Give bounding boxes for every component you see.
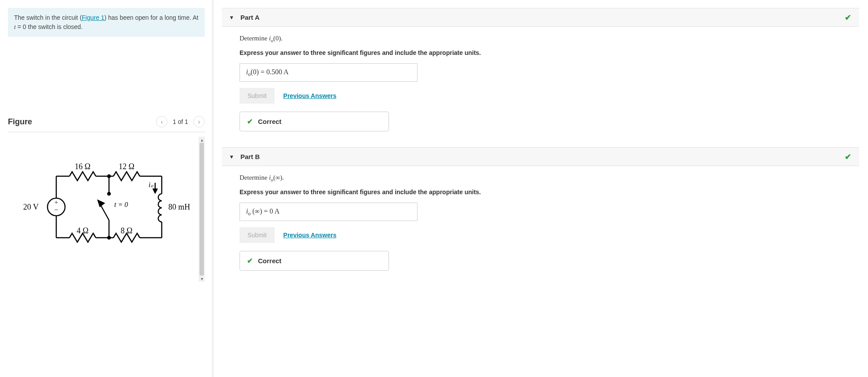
part-b-status-check-icon: ✔ [845, 152, 851, 162]
r2-label: 12 Ω [119, 163, 134, 171]
figure-link[interactable]: Figure 1 [82, 14, 104, 21]
part-b-buttons: Submit Previous Answers [240, 227, 842, 243]
right-panel: ▼ Part A ✔ Determine io(0). Express your… [213, 0, 868, 377]
part-a-header[interactable]: ▼ Part A ✔ [222, 8, 859, 27]
r1-label: 16 Ω [75, 163, 91, 171]
part-b: ▼ Part B ✔ Determine io(∞). Express your… [222, 147, 859, 279]
figure-title: Figure [8, 117, 32, 127]
svg-point-18 [108, 192, 110, 195]
problem-text-prefix: The switch in the circuit ( [14, 14, 82, 21]
r4-label: 8 Ω [121, 226, 133, 235]
pager-next-button[interactable]: › [193, 116, 205, 127]
collapse-icon: ▼ [229, 154, 234, 160]
part-b-question: Determine io(∞). [240, 174, 842, 182]
circuit-diagram: + − 16 Ω 12 Ω 4 Ω 8 Ω 20 V 80 mH t = 0 i… [12, 163, 197, 260]
part-a-answer-value: 0.500 A [266, 68, 289, 76]
scroll-down-icon[interactable]: ▾ [199, 276, 205, 282]
figure-area: ▴ ▾ [8, 137, 205, 282]
part-b-answer-value: 0 A [269, 207, 280, 215]
source-label: 20 V [23, 203, 39, 211]
scroll-thumb[interactable] [200, 143, 204, 276]
part-a-question: Determine io(0). [240, 35, 842, 43]
check-icon: ✔ [247, 117, 253, 126]
svg-text:+: + [54, 199, 58, 206]
part-a-feedback: ✔ Correct [240, 112, 389, 131]
inductor-label: 80 mH [168, 203, 190, 211]
problem-text-suffix: ) has been open for a long time. At [104, 14, 198, 21]
pager-text: 1 of 1 [170, 118, 191, 125]
part-a-status-check-icon: ✔ [845, 13, 851, 22]
figure-pager: ‹ 1 of 1 › [156, 116, 205, 127]
part-b-submit-button[interactable]: Submit [240, 227, 275, 243]
part-a-previous-answers-link[interactable]: Previous Answers [283, 92, 337, 99]
part-a-title: Part A [240, 14, 260, 21]
part-b-header[interactable]: ▼ Part B ✔ [222, 147, 859, 166]
left-panel: The switch in the circuit (Figure 1) has… [0, 0, 213, 377]
part-b-body: Determine io(∞). Express your answer to … [222, 166, 859, 279]
part-b-title: Part B [240, 153, 260, 160]
part-b-feedback-text: Correct [258, 257, 281, 265]
part-b-feedback: ✔ Correct [240, 251, 389, 271]
svg-text:−: − [54, 206, 58, 214]
r3-label: 4 Ω [77, 226, 89, 235]
figure-header: Figure ‹ 1 of 1 › [8, 116, 205, 132]
app-root: The switch in the circuit (Figure 1) has… [0, 0, 868, 377]
part-a: ▼ Part A ✔ Determine io(0). Express your… [222, 8, 859, 139]
switch-label: t = 0 [114, 201, 128, 208]
svg-point-16 [108, 175, 110, 178]
problem-eq: = 0 the switch is closed. [16, 23, 83, 30]
part-a-feedback-text: Correct [258, 118, 281, 125]
part-b-instruction: Express your answer to three significant… [240, 188, 842, 196]
check-icon: ✔ [247, 257, 253, 265]
part-a-submit-button[interactable]: Submit [240, 88, 275, 104]
part-a-answer-box[interactable]: io(0) = 0.500 A [240, 63, 418, 82]
pager-prev-button[interactable]: ‹ [156, 116, 167, 127]
part-a-buttons: Submit Previous Answers [240, 88, 842, 104]
problem-statement: The switch in the circuit (Figure 1) has… [8, 8, 205, 37]
svg-point-17 [108, 236, 110, 239]
collapse-icon: ▼ [229, 14, 234, 21]
part-b-answer-box[interactable]: io (∞) = 0 A [240, 203, 418, 221]
figure-scrollbar[interactable]: ▴ ▾ [199, 137, 205, 282]
part-b-previous-answers-link[interactable]: Previous Answers [283, 232, 337, 239]
part-a-body: Determine io(0). Express your answer to … [222, 27, 859, 139]
scroll-up-icon[interactable]: ▴ [199, 137, 205, 143]
io-label: iₒ [149, 181, 153, 188]
part-a-instruction: Express your answer to three significant… [240, 49, 842, 56]
